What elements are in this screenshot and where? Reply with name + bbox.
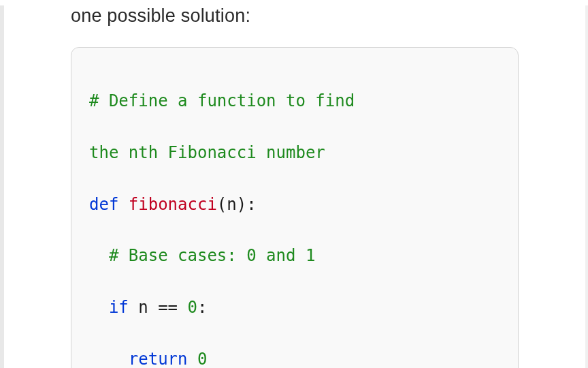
content-area: one possible solution: # Define a functi… [0, 5, 588, 368]
page-container: one possible solution: # Define a functi… [0, 5, 588, 368]
code-line-def: def fibonacci(n): [89, 192, 500, 218]
code-line-return: return 0 [89, 347, 500, 368]
op-eq: == [158, 298, 178, 317]
code-line-comment-2: # Base cases: 0 and 1 [89, 243, 500, 269]
keyword-return: return [129, 350, 188, 368]
comment-token: the nth Fibonacci number [89, 143, 325, 162]
var-n: n [138, 298, 148, 317]
code-line-comment-1b: the nth Fibonacci number [89, 140, 500, 166]
right-border [585, 5, 588, 368]
left-border [0, 5, 4, 368]
paren-close-colon: ): [237, 195, 257, 214]
num-zero: 0 [188, 298, 197, 317]
code-line-if: if n == 0: [89, 295, 500, 321]
paren-open: ( [217, 195, 227, 214]
comment-token: # Define a function to find [89, 91, 355, 110]
num-zero: 0 [197, 350, 207, 368]
intro-text: one possible solution: [71, 5, 519, 27]
param-n: n [227, 195, 236, 214]
comment-token: # Base cases: 0 and 1 [109, 246, 315, 265]
code-line-comment-1: # Define a function to find [89, 89, 500, 114]
code-block: # Define a function to find the nth Fibo… [71, 47, 519, 368]
keyword-if: if [109, 298, 129, 317]
colon: : [197, 298, 207, 317]
function-name: fibonacci [129, 195, 217, 214]
keyword-def: def [89, 195, 118, 214]
